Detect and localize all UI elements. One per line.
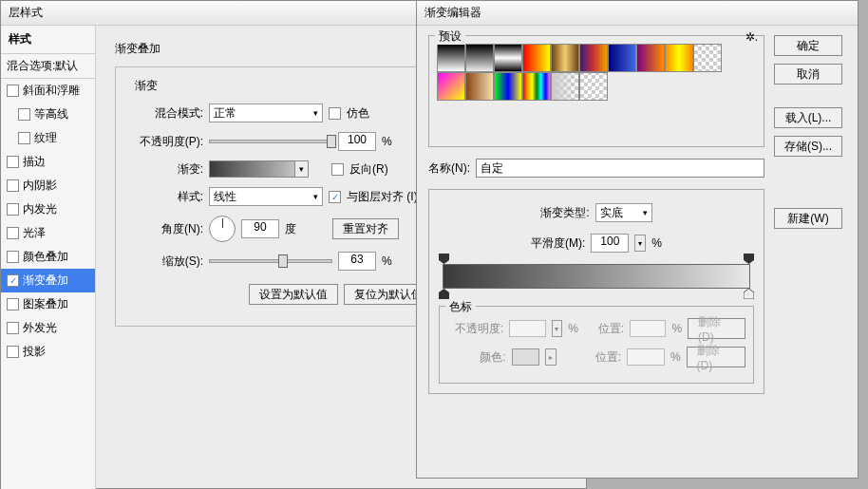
stop-position-unit-2: % (670, 350, 681, 364)
sidebar-item-checkbox[interactable] (7, 203, 19, 216)
preset-swatch-2[interactable] (494, 44, 522, 72)
color-stop-right[interactable] (744, 289, 754, 299)
stop-color-dropdown: ▸ (545, 348, 557, 366)
sidebar-item-checkbox[interactable] (7, 156, 19, 168)
opacity-label: 不透明度(P): (127, 134, 203, 150)
name-input[interactable] (476, 159, 764, 178)
sidebar-item-label: 内阴影 (23, 178, 57, 194)
opacity-slider[interactable] (209, 140, 332, 143)
angle-unit: 度 (285, 221, 296, 237)
preset-swatch-9[interactable] (693, 44, 722, 72)
angle-label: 角度(N): (127, 221, 203, 237)
load-button[interactable]: 载入(L)... (774, 107, 842, 128)
preset-swatch-15[interactable] (579, 72, 608, 101)
scale-unit: % (382, 254, 392, 268)
angle-input[interactable]: 90 (241, 219, 279, 238)
scale-input[interactable]: 63 (338, 252, 376, 271)
preset-swatch-1[interactable] (465, 44, 494, 72)
ok-button[interactable]: 确定 (774, 35, 842, 56)
stop-position-input-1 (630, 320, 666, 337)
preset-swatch-3[interactable] (522, 44, 551, 72)
blend-mode-combo[interactable]: 正常▾ (209, 103, 323, 122)
preset-swatch-7[interactable] (636, 44, 665, 72)
sidebar-item-label: 外发光 (23, 320, 57, 336)
sidebar-blending-options[interactable]: 混合选项:默认 (1, 54, 95, 79)
make-default-button[interactable]: 设置为默认值 (249, 284, 338, 305)
sidebar-item-9[interactable]: 图案叠加 (1, 292, 95, 316)
opacity-stop-right[interactable] (744, 254, 754, 264)
stop-color-label: 颜色: (447, 349, 506, 366)
sidebar-item-checkbox[interactable] (7, 227, 19, 239)
gradient-preview[interactable]: ▾ (209, 160, 309, 178)
sidebar-item-checkbox[interactable] (18, 108, 30, 121)
sidebar-item-label: 图案叠加 (23, 296, 68, 312)
scale-slider[interactable] (209, 259, 332, 263)
svg-marker-0 (439, 254, 449, 264)
sidebar-item-0[interactable]: 斜面和浮雕 (1, 79, 95, 103)
sidebar-item-checkbox[interactable] (18, 132, 30, 144)
sidebar-item-checkbox[interactable] (7, 298, 19, 310)
sidebar-item-2[interactable]: 纹理 (1, 126, 95, 150)
reverse-checkbox[interactable] (331, 163, 344, 176)
stop-opacity-input (509, 320, 545, 337)
stop-position-unit-1: % (671, 322, 682, 335)
stop-position-label-1: 位置: (584, 321, 624, 337)
smooth-dropdown-icon[interactable]: ▾ (634, 235, 646, 252)
preset-swatch-6[interactable] (608, 44, 636, 72)
opacity-stop-left[interactable] (439, 254, 449, 264)
sidebar-item-4[interactable]: 内阴影 (1, 174, 95, 197)
cancel-button[interactable]: 取消 (774, 64, 842, 85)
stop-opacity-unit: % (568, 322, 578, 335)
sidebar-item-5[interactable]: 内发光 (1, 197, 95, 221)
smooth-input[interactable]: 100 (591, 234, 629, 253)
preset-box: 预设 ✲. (428, 35, 764, 147)
sidebar-item-11[interactable]: 投影 (1, 340, 95, 364)
sidebar-item-1[interactable]: 等高线 (1, 103, 95, 126)
sidebar-item-label: 等高线 (34, 106, 68, 122)
color-stop-left[interactable] (439, 289, 449, 299)
sidebar-item-label: 光泽 (23, 225, 46, 241)
style-sidebar: 样式 混合选项:默认 斜面和浮雕等高线纹理描边内阴影内发光光泽颜色叠加渐变叠加图… (1, 26, 96, 489)
preset-gear-icon[interactable]: ✲. (745, 30, 758, 44)
preset-swatch-8[interactable] (665, 44, 693, 72)
sidebar-item-checkbox[interactable] (7, 274, 19, 287)
opacity-input[interactable]: 100 (338, 132, 376, 151)
sidebar-item-3[interactable]: 描边 (1, 150, 95, 174)
preset-swatch-10[interactable] (437, 72, 465, 101)
sidebar-item-7[interactable]: 颜色叠加 (1, 245, 95, 269)
grad-type-combo[interactable]: 实底▾ (595, 203, 652, 222)
preset-swatch-0[interactable] (437, 44, 465, 72)
style-combo[interactable]: 线性▾ (209, 187, 323, 206)
sidebar-item-label: 纹理 (34, 130, 57, 146)
save-button[interactable]: 存储(S)... (774, 136, 842, 157)
scale-label: 缩放(S): (127, 254, 203, 270)
sidebar-item-label: 内发光 (23, 201, 57, 217)
sidebar-item-checkbox[interactable] (7, 251, 19, 263)
sidebar-item-checkbox[interactable] (7, 322, 19, 334)
sidebar-item-checkbox[interactable] (7, 179, 19, 192)
sidebar-item-checkbox[interactable] (7, 85, 19, 97)
gradient-bar[interactable] (443, 264, 750, 289)
angle-dial[interactable] (209, 216, 236, 242)
preset-swatch-5[interactable] (579, 44, 608, 72)
sidebar-head-styles[interactable]: 样式 (1, 26, 95, 54)
preset-swatch-4[interactable] (551, 44, 579, 72)
gradient-editor-titlebar: 渐变编辑器 (417, 1, 858, 26)
blend-mode-label: 混合模式: (127, 105, 203, 122)
preset-swatch-12[interactable] (494, 72, 522, 101)
reset-align-button[interactable]: 重置对齐 (332, 218, 399, 239)
sidebar-item-label: 颜色叠加 (23, 249, 68, 265)
align-checkbox[interactable] (329, 191, 341, 203)
delete-opacity-stop-button: 删除(D) (688, 318, 745, 339)
sidebar-item-checkbox[interactable] (7, 346, 19, 358)
preset-swatch-11[interactable] (465, 72, 494, 101)
name-label: 名称(N): (428, 160, 470, 177)
dither-checkbox[interactable] (329, 107, 341, 120)
new-button[interactable]: 新建(W) (774, 208, 842, 229)
sidebar-item-10[interactable]: 外发光 (1, 316, 95, 340)
stop-position-input-2 (627, 348, 665, 366)
sidebar-item-6[interactable]: 光泽 (1, 221, 95, 245)
preset-swatch-13[interactable] (522, 72, 551, 101)
sidebar-item-8[interactable]: 渐变叠加 (1, 269, 95, 292)
preset-swatch-14[interactable] (551, 72, 579, 101)
